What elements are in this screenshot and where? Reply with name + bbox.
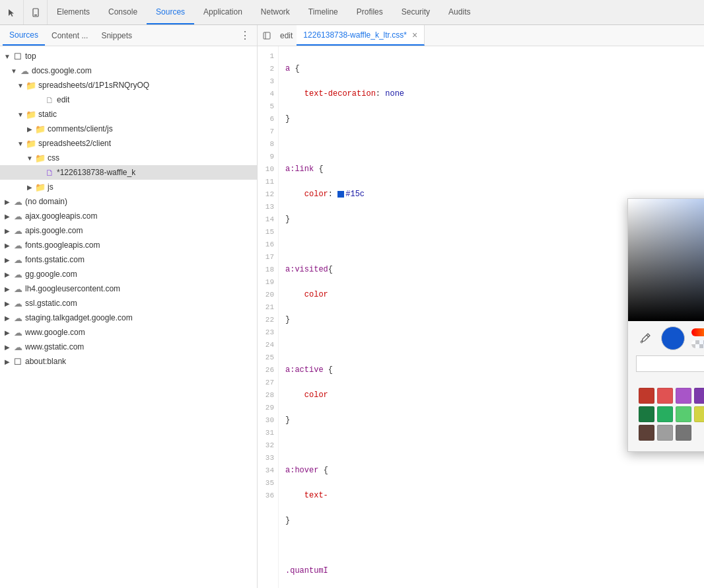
tree-item-about-blank[interactable]: ▶ ☐ about:blank [0, 354, 257, 369]
hex-label: HEX [636, 375, 704, 383]
tree-arrow-about[interactable]: ▶ [3, 358, 12, 365]
tree-arrow-spreadsheets[interactable]: ▼ [16, 82, 25, 89]
domain-icon-www-google: ☁ [12, 328, 24, 338]
tree-item-www-gstatic[interactable]: ▶ ☁ www.gstatic.com [0, 340, 257, 354]
tab-profiles[interactable]: Profiles [347, 0, 392, 24]
swatch-brown[interactable] [639, 425, 654, 441]
domain-icon-ajax: ☁ [12, 211, 24, 221]
tree-item-fonts-gstatic[interactable]: ▶ ☁ fonts.gstatic.com [0, 252, 257, 267]
color-gradient-picker[interactable] [628, 199, 704, 321]
tree-item-waffle-css[interactable]: 🗋 *1226138738-waffle_k [0, 165, 257, 180]
swatch-red-dark[interactable] [639, 388, 654, 404]
domain-icon-lh4: ☁ [12, 284, 24, 294]
color-picker-popup: ▲ ▼ HEX [627, 198, 704, 452]
tree-arrow-docs[interactable]: ▼ [9, 67, 18, 75]
tab-audits[interactable]: Audits [439, 0, 479, 24]
tree-item-apis[interactable]: ▶ ☁ apis.google.com [0, 223, 257, 238]
svg-rect-1 [34, 15, 37, 16]
mobile-icon[interactable] [24, 0, 48, 24]
tree-arrow-staging[interactable]: ▶ [3, 314, 12, 322]
tree-item-docs-google[interactable]: ▼ ☁ docs.google.com [0, 63, 257, 78]
color-swatch-preview[interactable] [661, 326, 685, 350]
folder-icon-spreadsheets2: 📁 [25, 139, 37, 149]
tree-item-comments[interactable]: ▶ 📁 comments/client/js [0, 122, 257, 136]
editor-tab-edit-label: edit [276, 31, 297, 40]
code-area: 12345 678910 1112131415 1617181920 21222… [258, 46, 704, 588]
tree-arrow-fonts-gstatic[interactable]: ▶ [3, 256, 12, 264]
tree-arrow-top[interactable]: ▼ [3, 53, 12, 60]
swatch-yellow[interactable] [694, 406, 704, 422]
tree-arrow-js[interactable]: ▶ [25, 184, 34, 191]
tree-item-spreadsheets2[interactable]: ▼ 📁 spreadsheets2/client [0, 136, 257, 151]
tab-sources[interactable]: Sources [147, 0, 194, 24]
hue-opacity-sliders [691, 328, 704, 348]
tree-item-no-domain[interactable]: ▶ ☁ (no domain) [0, 194, 257, 209]
tree-arrow-no-domain[interactable]: ▶ [3, 198, 12, 205]
tree-item-css[interactable]: ▼ 📁 css [0, 151, 257, 165]
tree-item-top[interactable]: ▼ ☐ top [0, 49, 257, 63]
tree-item-static[interactable]: ▼ 📁 static [0, 107, 257, 122]
css-file-icon: 🗋 [44, 168, 55, 178]
tree-item-staging[interactable]: ▶ ☁ staging.talkgadget.google.com [0, 311, 257, 325]
tree-item-gg[interactable]: ▶ ☁ gg.google.com [0, 267, 257, 281]
folder-icon: 📁 [25, 81, 37, 91]
tree-item-spreadsheets-d[interactable]: ▼ 📁 spreadsheets/d/1P1sRNQryOQ [0, 78, 257, 92]
hex-color-input[interactable] [636, 355, 704, 372]
tab-network[interactable]: Network [252, 0, 299, 24]
tree-arrow-spreadsheets2[interactable]: ▼ [16, 140, 25, 147]
swatches-row1: ▲ ▼ [639, 388, 704, 404]
tree-item-ssl[interactable]: ▶ ☁ ssl.gstatic.com [0, 296, 257, 311]
sub-tab-snippets[interactable]: Snippets [94, 25, 139, 46]
tree-arrow-ajax[interactable]: ▶ [3, 213, 12, 220]
tab-elements[interactable]: Elements [48, 0, 99, 24]
tab-security[interactable]: Security [392, 0, 439, 24]
swatch-purple-light[interactable] [676, 388, 691, 404]
tree-item-lh4[interactable]: ▶ ☁ lh4.googleusercontent.com [0, 281, 257, 296]
swatch-green-light[interactable] [676, 406, 691, 422]
swatch-purple-dark[interactable] [694, 388, 704, 404]
tab-close-button[interactable]: × [412, 30, 417, 40]
tab-console[interactable]: Console [99, 0, 147, 24]
tree-arrow-css[interactable]: ▼ [25, 155, 34, 162]
swatch-green-dark[interactable] [639, 406, 654, 422]
file-icon: 🗋 [44, 95, 55, 105]
tree-arrow-gg[interactable]: ▶ [3, 271, 12, 278]
editor-tab-bar: edit 1226138738-waffle_k_ltr.css* × [258, 25, 704, 46]
tree-item-fonts-googleapis[interactable]: ▶ ☁ fonts.googleapis.com [0, 238, 257, 252]
folder-icon-css: 📁 [34, 153, 46, 163]
domain-icon: ☁ [18, 66, 30, 76]
color-picker-row1 [636, 326, 704, 350]
color-swatches: ▲ ▼ [636, 388, 704, 446]
collapse-panel-button[interactable] [258, 26, 276, 45]
tab-application[interactable]: Application [194, 0, 252, 24]
tree-item-ajax[interactable]: ▶ ☁ ajax.googleapis.com [0, 209, 257, 223]
tree-item-edit[interactable]: 🗋 edit [0, 92, 257, 107]
editor-file-tab-waffle[interactable]: 1226138738-waffle_k_ltr.css* × [297, 25, 425, 46]
swatch-green-medium[interactable] [657, 406, 673, 422]
tree-item-www-google[interactable]: ▶ ☁ www.google.com [0, 325, 257, 340]
tree-arrow-comments[interactable]: ▶ [25, 126, 34, 133]
swatch-gray-medium[interactable] [657, 425, 673, 441]
eyedropper-button[interactable] [636, 329, 654, 348]
tree-arrow-apis[interactable]: ▶ [3, 227, 12, 235]
left-panel: Sources Content ... Snippets ⋮ ▼ ☐ top ▼ [0, 25, 258, 588]
tree-arrow-lh4[interactable]: ▶ [3, 285, 12, 293]
tree-item-js[interactable]: ▶ 📁 js [0, 180, 257, 194]
sub-tab-sources[interactable]: Sources [3, 25, 45, 46]
file-tree: ▼ ☐ top ▼ ☁ docs.google.com ▼ 📁 spreadsh… [0, 46, 257, 588]
tab-timeline[interactable]: Timeline [299, 0, 347, 24]
sub-tab-content[interactable]: Content ... [45, 25, 94, 46]
swatch-red[interactable] [657, 388, 673, 404]
tree-arrow-ssl[interactable]: ▶ [3, 300, 12, 307]
more-tabs-button[interactable]: ⋮ [236, 29, 254, 42]
cursor-icon[interactable] [0, 0, 24, 24]
tree-arrow-www-google[interactable]: ▶ [3, 329, 12, 336]
tree-arrow-www-gstatic[interactable]: ▶ [3, 344, 12, 351]
domain-icon-staging: ☁ [12, 313, 24, 323]
hue-slider[interactable] [691, 328, 704, 336]
swatch-gray-dark[interactable] [676, 425, 691, 441]
tree-arrow-fonts-googleapis[interactable]: ▶ [3, 242, 12, 249]
tree-arrow-static[interactable]: ▼ [16, 111, 25, 118]
folder-icon-comments: 📁 [34, 124, 46, 134]
opacity-slider[interactable] [691, 340, 704, 348]
